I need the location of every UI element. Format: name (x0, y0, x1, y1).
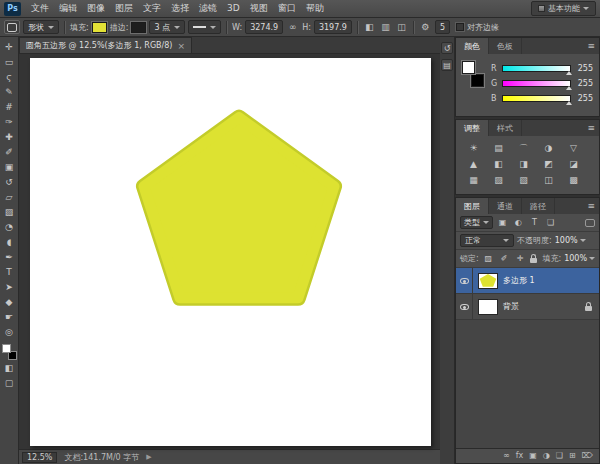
filter-pixel-icon[interactable]: ▣ (496, 218, 509, 227)
stroke-width-select[interactable]: 3 点 (149, 20, 185, 34)
marquee-tool[interactable]: ▭ (0, 54, 18, 69)
layer-style-icon[interactable]: fx (516, 452, 524, 460)
panel-menu-icon[interactable]: ≡ (583, 120, 599, 136)
canvas[interactable] (30, 58, 431, 446)
path-selection-tool[interactable]: ➤ (0, 279, 18, 294)
fill-color-swatch[interactable] (92, 22, 107, 33)
tool-preset-icon[interactable] (4, 20, 20, 34)
menu-window[interactable]: 窗口 (273, 0, 301, 17)
tool-mode-select[interactable]: 形状 (23, 20, 59, 34)
tab-paths[interactable]: 路径 (522, 198, 555, 214)
adjustment-icon[interactable]: ▦ (461, 172, 486, 188)
adjustment-icon[interactable]: ◪ (561, 156, 586, 172)
align-edges-checkbox[interactable] (456, 23, 464, 31)
fill-opacity-input[interactable]: 100% (564, 254, 595, 263)
sides-input[interactable]: 5 (435, 20, 450, 34)
new-layer-icon[interactable]: ⊞ (569, 452, 576, 460)
status-menu-arrow-icon[interactable]: ▶ (146, 453, 151, 461)
delete-layer-icon[interactable]: ⌦ (582, 452, 593, 460)
adjustment-icon[interactable]: ☀ (461, 140, 486, 156)
layer-thumbnail[interactable] (478, 299, 498, 315)
slider-thumb-icon[interactable] (566, 101, 572, 105)
pen-tool[interactable]: ✒ (0, 249, 18, 264)
background-color-swatch[interactable] (471, 74, 484, 87)
history-panel-icon[interactable]: ↺ (441, 42, 453, 54)
blue-value[interactable]: 255 (575, 94, 593, 103)
width-input[interactable]: 3274.9 (245, 20, 283, 34)
type-tool[interactable]: T (0, 264, 18, 279)
opacity-input[interactable]: 100% (555, 236, 586, 245)
lock-pixels-icon[interactable]: ✐ (498, 254, 511, 263)
visibility-toggle[interactable] (456, 268, 473, 293)
filter-type-icon[interactable]: T (528, 218, 541, 227)
gear-icon[interactable]: ⚙ (419, 20, 432, 34)
new-adjustment-layer-icon[interactable]: ◑ (543, 452, 550, 460)
layer-name[interactable]: 多边形 1 (503, 275, 535, 286)
properties-panel-icon[interactable]: ▤ (441, 59, 453, 71)
layer-row-background[interactable]: 背景 (456, 294, 599, 320)
visibility-toggle[interactable] (456, 294, 473, 319)
eraser-tool[interactable]: ▱ (0, 189, 18, 204)
tab-channels[interactable]: 通道 (489, 198, 522, 214)
lock-all-icon[interactable] (530, 258, 537, 263)
adjustment-icon[interactable]: ▤ (486, 140, 511, 156)
adjustment-icon[interactable]: ▲ (461, 156, 486, 172)
path-align-icon[interactable]: ▥ (379, 20, 392, 34)
quick-mask-button[interactable]: ◧ (0, 360, 18, 375)
height-input[interactable]: 3197.9 (314, 20, 352, 34)
menu-select[interactable]: 选择 (166, 0, 194, 17)
healing-brush-tool[interactable]: ✚ (0, 129, 18, 144)
menu-image[interactable]: 图像 (82, 0, 110, 17)
foreground-color-swatch[interactable] (462, 61, 475, 74)
blue-slider[interactable] (502, 95, 571, 102)
tab-swatches[interactable]: 色板 (489, 38, 522, 54)
new-group-icon[interactable]: ❏ (556, 452, 563, 460)
adjustment-icon[interactable]: ◫ (536, 172, 561, 188)
panel-menu-icon[interactable]: ≡ (583, 198, 599, 214)
crop-tool[interactable]: # (0, 99, 18, 114)
red-value[interactable]: 255 (575, 64, 593, 73)
slider-thumb-icon[interactable] (566, 86, 572, 90)
foreground-color-swatch[interactable] (2, 344, 11, 353)
filter-toggle-icon[interactable] (585, 219, 595, 227)
adjustment-icon[interactable]: ▽ (561, 140, 586, 156)
menu-3d[interactable]: 3D (222, 0, 245, 17)
layer-name[interactable]: 背景 (503, 301, 519, 312)
brush-tool[interactable]: ✐ (0, 144, 18, 159)
path-arrange-icon[interactable]: ◫ (395, 20, 408, 34)
close-tab-icon[interactable]: × (178, 41, 186, 51)
menu-file[interactable]: 文件 (26, 0, 54, 17)
eyedropper-tool[interactable]: ✑ (0, 114, 18, 129)
tab-color[interactable]: 颜色 (456, 38, 489, 54)
tab-adjustments[interactable]: 调整 (456, 120, 489, 136)
green-value[interactable]: 255 (575, 79, 593, 88)
move-tool[interactable]: ✛ (0, 39, 18, 54)
zoom-tool[interactable]: ◎ (0, 324, 18, 339)
pentagon-fill[interactable] (144, 118, 334, 298)
blur-tool[interactable]: ◔ (0, 219, 18, 234)
adjustment-icon[interactable]: ⌒ (511, 140, 536, 156)
dodge-tool[interactable]: ◖ (0, 234, 18, 249)
link-layers-icon[interactable]: ∞ (503, 452, 510, 460)
layer-row-polygon[interactable]: 多边形 1 (456, 268, 599, 294)
history-brush-tool[interactable]: ↺ (0, 174, 18, 189)
photoshop-logo-icon[interactable]: Ps (4, 2, 21, 16)
adjustment-icon[interactable]: ▧ (511, 172, 536, 188)
hand-tool[interactable]: ☛ (0, 309, 18, 324)
document-tab[interactable]: 圆角五边形 @ 12.5%(多边形 1, RGB/8) × (19, 37, 192, 53)
menu-edit[interactable]: 编辑 (54, 0, 82, 17)
workspace-switcher[interactable]: 基本功能 (531, 1, 596, 16)
menu-filter[interactable]: 滤镜 (194, 0, 222, 17)
menu-layer[interactable]: 图层 (110, 0, 138, 17)
screen-mode-button[interactable]: ▢ (0, 375, 18, 390)
zoom-level-field[interactable]: 12.5% (22, 452, 57, 463)
gradient-tool[interactable]: ▨ (0, 204, 18, 219)
red-slider[interactable] (502, 65, 571, 72)
add-mask-icon[interactable]: ▣ (529, 452, 537, 460)
adjustment-icon[interactable]: ▩ (561, 172, 586, 188)
shape-tool[interactable]: ◆ (0, 294, 18, 309)
lasso-tool[interactable]: ϛ (0, 69, 18, 84)
stroke-color-swatch[interactable] (131, 22, 146, 33)
green-slider[interactable] (502, 80, 571, 87)
tab-layers[interactable]: 图层 (456, 198, 489, 214)
